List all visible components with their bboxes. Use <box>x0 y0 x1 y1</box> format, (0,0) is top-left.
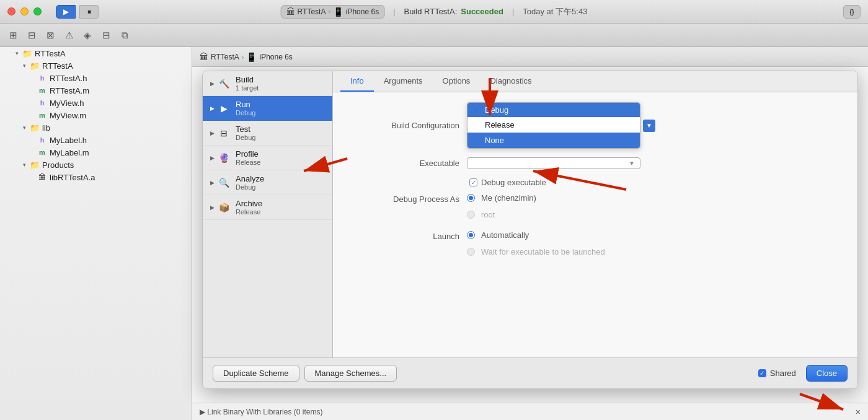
dropdown-arrow-btn[interactable]: ▼ <box>643 120 655 132</box>
scheme-disclosure-profile: ▶ <box>210 155 215 161</box>
scheme-item-run[interactable]: ▶ ▶ Run Debug <box>203 96 332 121</box>
sidebar-item-mylabel-h[interactable]: h MyLabel.h <box>0 134 192 146</box>
build-config-row: Build Configuration ✓ Debug <box>348 102 843 149</box>
disclosure-rttesta-root[interactable] <box>12 49 21 58</box>
sidebar-item-lib[interactable]: 📁 lib <box>0 121 192 134</box>
toolbar-icon-pause[interactable]: ⊞ <box>5 27 21 43</box>
analyze-item-text: Analyze Debug <box>236 174 264 191</box>
link-binary-text: ▶ Link Binary With Libraries (0 items) <box>200 408 322 416</box>
tab-arguments[interactable]: Arguments <box>374 71 433 92</box>
sidebar-item-rttesta-root[interactable]: 📁 RTTestA <box>0 47 192 59</box>
executable-row: Executable ▼ <box>348 157 843 169</box>
disclosure-rttesta-group[interactable] <box>20 61 29 70</box>
scheme-selector[interactable]: 🏛 RTTestA › 📱 iPhone 6s <box>281 5 385 19</box>
debug-process-row: Debug Process As Me (chenzimin) root <box>348 193 843 222</box>
sidebar-label-librttesta: libRTTestA.a <box>50 173 95 182</box>
build-config-dropdown-wrapper: ✓ Debug Release <box>467 102 655 149</box>
launch-automatically[interactable]: Automatically <box>467 230 605 240</box>
radio-auto[interactable] <box>467 231 475 239</box>
run-item-sub: Debug <box>236 109 255 116</box>
build-time: Today at 下午5:43 <box>523 6 587 17</box>
disclosure-products[interactable] <box>20 160 29 169</box>
maximize-traffic-light[interactable] <box>33 7 42 15</box>
play-button[interactable]: ▶ <box>56 5 76 19</box>
traffic-lights <box>0 7 42 15</box>
scheme-dialog-layout: ▶ 🔨 Build 1 target ▶ ▶ Run Debug <box>203 71 857 357</box>
test-icon: ⊟ <box>217 126 231 140</box>
radio-wait[interactable] <box>467 248 475 256</box>
archive-item-sub: Release <box>236 208 262 216</box>
analyze-icon: 🔍 <box>217 176 231 190</box>
breadcrumb: 🏛 RTTestA › 📱 iPhone 6s <box>192 47 868 67</box>
bottom-bar: ▶ Link Binary With Libraries (0 items) × <box>192 403 868 420</box>
manage-schemes-button[interactable]: Manage Schemes... <box>304 365 397 382</box>
debug-process-root[interactable]: root <box>467 210 536 219</box>
build-text: Build RTTestA: <box>404 7 458 16</box>
toolbar-icon-break[interactable]: ⧉ <box>117 27 133 43</box>
scheme-item-archive[interactable]: ▶ 📦 Archive Release <box>203 195 332 220</box>
debug-executable-checkbox[interactable] <box>469 178 477 186</box>
disclosure-lib[interactable] <box>20 123 29 132</box>
duplicate-scheme-button[interactable]: Duplicate Scheme <box>213 365 299 382</box>
build-item-title: Build <box>236 75 259 84</box>
sidebar-item-myview-m[interactable]: m MyView.m <box>0 109 192 121</box>
tab-info[interactable]: Info <box>340 71 374 92</box>
sidebar-item-librttesta[interactable]: 🏛 libRTTestA.a <box>0 171 192 183</box>
archive-item-text: Archive Release <box>236 199 262 216</box>
scheme-item-analyze[interactable]: ▶ 🔍 Analyze Debug <box>203 170 332 195</box>
sidebar-label-rttesta-group: RTTestA <box>42 61 73 71</box>
sidebar-label-mylabel-h: MyLabel.h <box>50 136 87 145</box>
sidebar-label-rttesta-root: RTTestA <box>35 49 66 58</box>
sidebar-item-rttesta-m[interactable]: m RTTestA.m <box>0 84 192 97</box>
h-file-icon3: h <box>37 135 47 145</box>
toolbar-icon-tag[interactable]: ◈ <box>79 27 95 43</box>
sidebar-item-rttesta-group[interactable]: 📁 RTTestA <box>0 59 192 72</box>
toolbar-icon-warning[interactable]: ⚠ <box>61 27 77 43</box>
close-traffic-light[interactable] <box>7 7 16 15</box>
tab-options[interactable]: Options <box>433 71 480 92</box>
dropdown-option-none[interactable]: None <box>467 133 640 148</box>
executable-dropdown[interactable]: ▼ <box>467 157 640 169</box>
radio-me[interactable] <box>467 194 475 202</box>
build-config-dropdown[interactable]: ✓ Debug Release <box>467 102 640 149</box>
products-folder-icon: 📁 <box>30 160 40 170</box>
m-file-icon: m <box>37 85 47 95</box>
launch-label: Launch <box>348 230 459 241</box>
shared-label: Shared <box>770 369 796 378</box>
close-button[interactable]: Close <box>806 365 848 382</box>
debug-process-options: Me (chenzimin) root <box>467 193 536 222</box>
scheme-item-profile[interactable]: ▶ 🔮 Profile Release <box>203 146 332 170</box>
code-review-button[interactable]: {} <box>843 5 861 19</box>
sidebar-item-mylabel-m[interactable]: m MyLabel.m <box>0 146 192 159</box>
scheme-disclosure-run: ▶ <box>210 105 215 112</box>
build-config-label: Build Configuration <box>348 121 459 130</box>
titlebar-center: 🏛 RTTestA › 📱 iPhone 6s | Build RTTestA:… <box>281 5 588 19</box>
sidebar-label-myview-m: MyView.m <box>50 111 86 120</box>
sidebar-item-rttesta-h[interactable]: h RTTestA.h <box>0 72 192 84</box>
debug-process-me[interactable]: Me (chenzimin) <box>467 193 536 203</box>
test-item-text: Test Debug <box>236 125 255 141</box>
dropdown-debug-label: Debug <box>485 105 508 115</box>
close-bottom-bar-icon[interactable]: × <box>856 407 861 417</box>
radio-me-label: Me (chenzimin) <box>481 193 536 203</box>
radio-root[interactable] <box>467 211 475 219</box>
toolbar-icon-diff[interactable]: ⊟ <box>98 27 114 43</box>
tab-diagnostics[interactable]: Diagnostics <box>480 71 541 92</box>
stop-button[interactable]: ■ <box>79 5 99 19</box>
launch-wait[interactable]: Wait for executable to be launched <box>467 247 605 256</box>
separator2: | <box>512 7 514 16</box>
scheme-item-build[interactable]: ▶ 🔨 Build 1 target <box>203 71 332 96</box>
scheme-dialog: ▶ 🔨 Build 1 target ▶ ▶ Run Debug <box>202 71 858 389</box>
dropdown-release-label: Release <box>485 120 515 129</box>
scheme-item-test[interactable]: ▶ ⊟ Test Debug <box>203 121 332 146</box>
minimize-traffic-light[interactable] <box>20 7 29 15</box>
dropdown-option-debug-selected[interactable]: ✓ Debug <box>467 103 640 117</box>
sidebar-item-products[interactable]: 📁 Products <box>0 159 192 171</box>
toolbar-icon-grid[interactable]: ⊠ <box>42 27 58 43</box>
toolbar-icon-stop[interactable]: ⊟ <box>24 27 40 43</box>
sidebar-item-myview-h[interactable]: h MyView.h <box>0 97 192 109</box>
dropdown-none-label: None <box>485 136 504 145</box>
dropdown-option-release[interactable]: Release <box>467 117 640 133</box>
shared-checkbox[interactable]: ✓ <box>758 369 766 377</box>
subfolder-icon: 📁 <box>30 61 40 71</box>
